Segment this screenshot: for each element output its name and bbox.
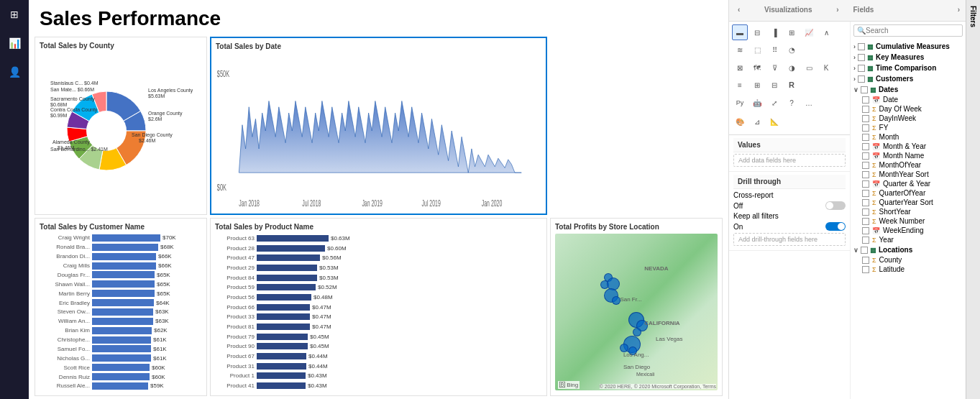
field-item[interactable]: Σ Latitude [851, 265, 966, 274]
viz-icon-stacked-col[interactable]: ⊞ [784, 24, 800, 40]
field-item[interactable]: Σ QuarterYear Sort [851, 198, 966, 207]
field-group-header[interactable]: ∨ ▦ Locations [851, 244, 966, 255]
viz-icon-slicer[interactable]: ≡ [732, 77, 748, 93]
viz-icon-map[interactable]: 🗺 [749, 60, 765, 75]
viz-icon-waterfall[interactable]: ⬚ [749, 42, 765, 58]
viz-icons-row-2: ⊠ 🗺 ⊽ ◑ ▭ K ≡ ⊞ ⊟ R [732, 60, 847, 93]
field-group-header[interactable]: ∨ ▦ Dates [851, 84, 966, 95]
filters-section[interactable]: Filters [966, 0, 980, 399]
field-item[interactable]: Σ FY [851, 123, 966, 132]
field-item[interactable]: 📅 Quarter & Year [851, 179, 966, 188]
group-checkbox[interactable] [858, 43, 865, 50]
field-checkbox[interactable] [862, 237, 869, 244]
group-checkbox[interactable] [861, 86, 868, 93]
field-item[interactable]: Σ Day Of Week [851, 104, 966, 114]
viz-format-filter[interactable]: ⊿ [749, 114, 765, 129]
group-checkbox[interactable] [861, 247, 868, 254]
field-item[interactable]: Σ Week Number [851, 216, 966, 226]
field-checkbox[interactable] [862, 180, 869, 188]
keep-filters-toggle[interactable] [825, 222, 846, 231]
field-item[interactable]: 📅 Date [851, 95, 966, 104]
sidebar-icon-data[interactable]: 👤 [6, 63, 23, 81]
viz-icon-kpi[interactable]: K [818, 60, 834, 75]
field-checkbox[interactable] [862, 162, 869, 169]
viz-icon-ai[interactable]: 🤖 [749, 95, 765, 111]
viz-icon-more[interactable]: … [801, 95, 817, 111]
viz-nav-right[interactable]: › [833, 4, 841, 15]
field-checkbox[interactable] [862, 152, 869, 160]
product-value: $0.45M [310, 334, 329, 340]
field-group-header[interactable]: › ▦ Key Measures [851, 52, 966, 63]
viz-icon-bar[interactable]: ▬ [732, 24, 748, 40]
group-checkbox[interactable] [858, 75, 865, 83]
sidebar-icon-home[interactable]: ⊞ [6, 6, 23, 23]
add-drill-fields[interactable]: Add drill-through fields here [733, 233, 846, 246]
viz-icon-card[interactable]: ▭ [801, 60, 817, 75]
viz-icon-stacked-bar[interactable]: ⊟ [749, 24, 765, 40]
viz-format-paint[interactable]: 🎨 [732, 114, 748, 129]
field-checkbox[interactable] [862, 218, 869, 225]
viz-icon-line[interactable]: 📈 [801, 24, 817, 40]
field-checkbox[interactable] [862, 143, 869, 150]
field-checkbox[interactable] [862, 227, 869, 234]
viz-icon-treemap[interactable]: ⊠ [732, 60, 748, 75]
field-item[interactable]: Σ Year [851, 235, 966, 244]
viz-icon-r[interactable]: R [784, 77, 800, 93]
field-checkbox[interactable] [862, 199, 869, 206]
fields-tab[interactable]: Fields › [848, 0, 966, 21]
cross-report-toggle[interactable] [825, 201, 846, 210]
viz-nav-left[interactable]: ‹ [735, 4, 743, 15]
fields-expand-icon[interactable]: › [958, 6, 960, 14]
field-checkbox[interactable] [862, 190, 869, 197]
viz-icon-gauge[interactable]: ◑ [784, 60, 800, 75]
field-item[interactable]: Σ DayInWeek [851, 114, 966, 123]
customer-bar-list: Craig Wright $70K Ronald Bra... $68K Bra… [40, 234, 202, 390]
viz-icon-column[interactable]: ▐ [766, 24, 782, 40]
sidebar-icon-reports[interactable]: 📊 [6, 35, 23, 52]
search-input[interactable] [866, 27, 959, 35]
field-checkbox[interactable] [862, 171, 869, 178]
viz-icon-table[interactable]: ⊞ [749, 77, 765, 93]
field-item[interactable]: Σ County [851, 255, 966, 265]
viz-icon-area[interactable]: ∧ [818, 24, 834, 40]
svg-text:Jan 2019: Jan 2019 [362, 198, 383, 208]
viz-icon-pie[interactable]: ◔ [784, 42, 800, 58]
viz-icon-decomp[interactable]: ⤢ [766, 95, 782, 111]
field-group: › ▦ Customers [851, 73, 966, 84]
field-checkbox[interactable] [862, 124, 869, 132]
field-checkbox[interactable] [862, 96, 869, 104]
field-item[interactable]: Σ ShortYear [851, 207, 966, 216]
viz-icon-py[interactable]: Py [732, 95, 748, 111]
field-group-header[interactable]: › ▦ Time Comparison [851, 63, 966, 73]
field-item[interactable]: Σ QuarterOfYear [851, 188, 966, 198]
viz-icon-scatter[interactable]: ⠿ [766, 42, 782, 58]
viz-format-analytics[interactable]: 📐 [766, 114, 782, 129]
visualizations-tab[interactable]: ‹ Visualizations › [729, 0, 848, 21]
field-item[interactable]: 📅 Month & Year [851, 142, 966, 151]
fields-label: Fields [853, 6, 874, 14]
field-item[interactable]: 📅 WeekEnding [851, 226, 966, 235]
viz-icon-ribbon[interactable]: ≋ [732, 42, 748, 58]
field-checkbox[interactable] [862, 208, 869, 216]
viz-icon-qna[interactable]: ? [784, 95, 800, 111]
add-data-fields[interactable]: Add data fields here [733, 154, 846, 167]
viz-icon-funnel[interactable]: ⊽ [766, 60, 782, 75]
group-checkbox[interactable] [858, 65, 865, 72]
field-group-header[interactable]: › ▦ Customers [851, 73, 966, 84]
field-item[interactable]: Σ Month [851, 132, 966, 142]
customer-bar-row: Craig Wright $70K [40, 234, 202, 242]
field-item[interactable]: Σ MonthYear Sort [851, 170, 966, 179]
field-checkbox[interactable] [862, 266, 869, 273]
field-checkbox[interactable] [862, 257, 869, 264]
field-checkbox[interactable] [862, 134, 869, 141]
field-item[interactable]: Σ MonthOfYear [851, 160, 966, 170]
group-checkbox[interactable] [858, 54, 865, 61]
field-checkbox[interactable] [862, 115, 869, 122]
field-type-icon: Σ [872, 115, 876, 122]
field-group-header[interactable]: › ▦ Cumulative Measures [851, 41, 966, 52]
field-checkbox[interactable] [862, 106, 869, 113]
customer-name: Nicholas G... [40, 355, 90, 362]
field-item[interactable]: 📅 Month Name [851, 151, 966, 160]
viz-icon-matrix[interactable]: ⊟ [766, 77, 782, 93]
customer-name: Dennis Ruiz [40, 374, 90, 380]
